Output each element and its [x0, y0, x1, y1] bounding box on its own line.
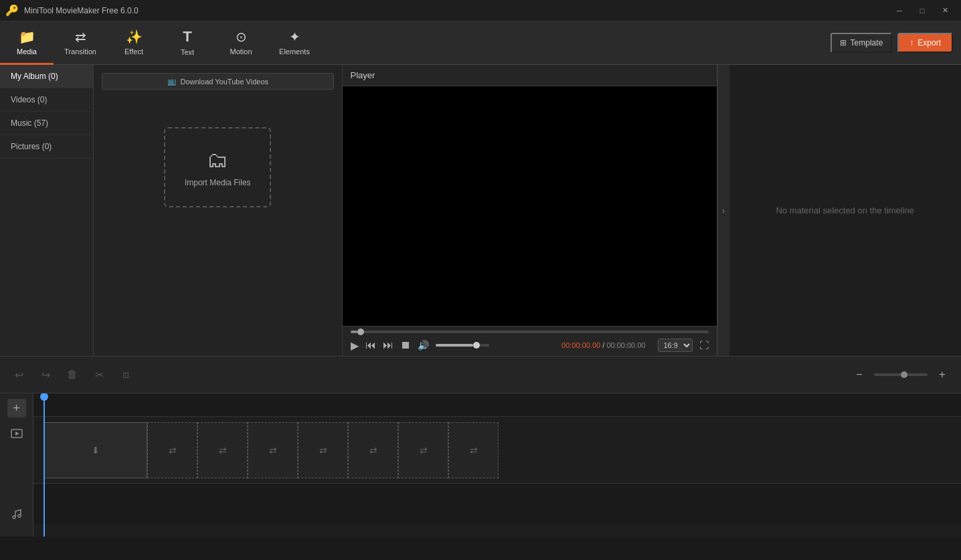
no-material-message: No material selected on the timeline — [776, 205, 914, 215]
player-label: Player — [351, 70, 375, 80]
music-track-row — [33, 484, 961, 524]
right-toolbar: ⊞ Template ↑ Export — [831, 33, 961, 53]
clip-transition-4[interactable]: ⇄ — [448, 422, 499, 478]
text-icon: T — [183, 28, 191, 45]
stop-button[interactable]: ⏹ — [400, 339, 411, 351]
fullscreen-button[interactable]: ⛶ — [699, 340, 709, 351]
download-icon: 📺 — [167, 77, 177, 86]
sidebar: My Album (0) Videos (0) Music (57) Pictu… — [0, 65, 94, 356]
media-icon: 📁 — [19, 29, 35, 45]
transition-label: Transition — [64, 48, 96, 56]
download-youtube-button[interactable]: 📺 Download YouTube Videos — [102, 73, 334, 90]
transition-icon: ⇄ — [75, 29, 86, 45]
text-label: Text — [181, 48, 194, 56]
toolbar-item-transition[interactable]: ⇄ Transition — [54, 21, 107, 65]
chevron-right-icon: › — [722, 206, 725, 215]
toolbar-item-media[interactable]: 📁 Media — [0, 21, 54, 65]
time-current: 00:00:00.00 — [561, 341, 600, 349]
template-button[interactable]: ⊞ Template — [831, 33, 893, 53]
play-button[interactable]: ▶ — [351, 339, 359, 352]
progress-bar[interactable] — [351, 331, 709, 333]
clip-main[interactable]: ⬇ — [43, 422, 147, 478]
delete-button[interactable]: 🗑 — [62, 364, 83, 385]
volume-button[interactable]: 🔊 — [418, 340, 429, 351]
playhead[interactable] — [43, 393, 45, 537]
toolbar-item-text[interactable]: T Text — [161, 21, 214, 65]
transition-slot-icon-2: ⇄ — [219, 445, 227, 456]
folder-icon: 🗂 — [207, 148, 228, 173]
next-button[interactable]: ⏭ — [383, 339, 394, 351]
sidebar-item-videos[interactable]: Videos (0) — [0, 88, 93, 112]
minimize-button[interactable]: ─ — [889, 1, 910, 20]
effect-label: Effect — [124, 48, 143, 56]
controls-row: ▶ ⏮ ⏭ ⏹ 🔊 00:00:00.00 / 00:00:00.00 16:9… — [351, 339, 709, 352]
clip-empty-2[interactable]: ⇄ — [298, 422, 348, 478]
elements-icon: ✦ — [289, 29, 300, 45]
properties-panel: No material selected on the timeline — [729, 65, 962, 356]
video-track-row — [33, 393, 961, 417]
sidebar-item-my-album[interactable]: My Album (0) — [0, 65, 93, 88]
sidebar-item-pictures[interactable]: Pictures (0) — [0, 135, 93, 159]
player-area: Player ▶ ⏮ ⏭ ⏹ 🔊 00:00:00.00 / — [343, 65, 717, 356]
undo-button[interactable]: ↩ — [8, 364, 29, 385]
toolbar-item-effect[interactable]: ✨ Effect — [107, 21, 161, 65]
transition-slot-icon-5: ⇄ — [369, 445, 377, 456]
aspect-ratio-select[interactable]: 16:9 4:3 1:1 9:16 — [658, 339, 693, 352]
app-title: MiniTool MovieMaker Free 6.0.0 — [24, 6, 889, 15]
volume-fill — [436, 344, 473, 347]
clip-empty-3[interactable]: ⇄ — [398, 422, 448, 478]
maximize-button[interactable]: □ — [911, 1, 933, 20]
export-label: Export — [918, 38, 941, 48]
window-controls: ─ □ ✕ — [889, 1, 956, 20]
toolbar-item-elements[interactable]: ✦ Elements — [268, 21, 321, 65]
import-label: Import Media Files — [185, 178, 251, 187]
media-panel: 📺 Download YouTube Videos 🗂 Import Media… — [94, 65, 343, 356]
zoom-in-button[interactable]: + — [932, 364, 953, 385]
clip-transition-1[interactable]: ⇄ — [147, 422, 197, 478]
transition-slot-icon-7: ⇄ — [470, 445, 478, 456]
progress-fill — [351, 331, 358, 333]
cut-button[interactable]: ✂ — [88, 364, 110, 385]
export-icon: ↑ — [909, 38, 913, 48]
export-button[interactable]: ↑ Export — [897, 33, 953, 53]
clip-transition-2[interactable]: ⇄ — [248, 422, 298, 478]
clip-empty-1[interactable]: ⇄ — [197, 422, 248, 478]
main-area: My Album (0) Videos (0) Music (57) Pictu… — [0, 65, 961, 356]
zoom-slider[interactable] — [874, 373, 928, 376]
video-track-icon[interactable] — [6, 423, 27, 444]
timeline-toolbar: ↩ ↪ 🗑 ✂ ⧈ − + — [0, 356, 961, 393]
svg-point-2 — [13, 516, 15, 519]
zoom-control: − + — [849, 364, 953, 385]
time-display: 00:00:00.00 / 00:00:00.00 — [561, 341, 645, 349]
video-screen — [343, 86, 717, 326]
motion-icon: ⊙ — [236, 29, 247, 45]
import-media-box[interactable]: 🗂 Import Media Files — [164, 127, 271, 207]
toolbar-item-motion[interactable]: ⊙ Motion — [214, 21, 268, 65]
clip-transition-3[interactable]: ⇄ — [348, 422, 398, 478]
crop-button[interactable]: ⧈ — [115, 364, 137, 385]
main-toolbar: 📁 Media ⇄ Transition ✨ Effect T Text ⊙ M… — [0, 21, 961, 65]
panel-toggle[interactable]: › — [717, 65, 729, 356]
prev-button[interactable]: ⏮ — [365, 339, 376, 351]
clip-import-icon: ⬇ — [92, 445, 100, 456]
music-track-icon[interactable] — [6, 503, 27, 525]
add-track-button[interactable]: + — [7, 399, 26, 417]
player-controls: ▶ ⏮ ⏭ ⏹ 🔊 00:00:00.00 / 00:00:00.00 16:9… — [343, 326, 717, 356]
template-label: Template — [851, 38, 883, 48]
volume-slider[interactable] — [436, 344, 489, 347]
sidebar-item-music[interactable]: Music (57) — [0, 112, 93, 135]
titlebar: 🔑 MiniTool MovieMaker Free 6.0.0 ─ □ ✕ — [0, 0, 961, 21]
player-header: Player — [343, 65, 717, 86]
progress-dot — [357, 329, 364, 335]
clips-row: ⬇ ⇄ ⇄ ⇄ ⇄ ⇄ ⇄ — [33, 417, 961, 484]
redo-button[interactable]: ↪ — [35, 364, 56, 385]
svg-point-3 — [18, 515, 21, 517]
download-label: Download YouTube Videos — [181, 78, 269, 86]
timeline-content: ⬇ ⇄ ⇄ ⇄ ⇄ ⇄ ⇄ — [33, 393, 961, 537]
zoom-out-button[interactable]: − — [849, 364, 870, 385]
template-icon: ⊞ — [840, 38, 847, 48]
effect-icon: ✨ — [126, 29, 143, 45]
zoom-dot — [901, 371, 907, 378]
timeline-tracks-left: + — [0, 393, 33, 537]
close-button[interactable]: ✕ — [934, 1, 956, 20]
